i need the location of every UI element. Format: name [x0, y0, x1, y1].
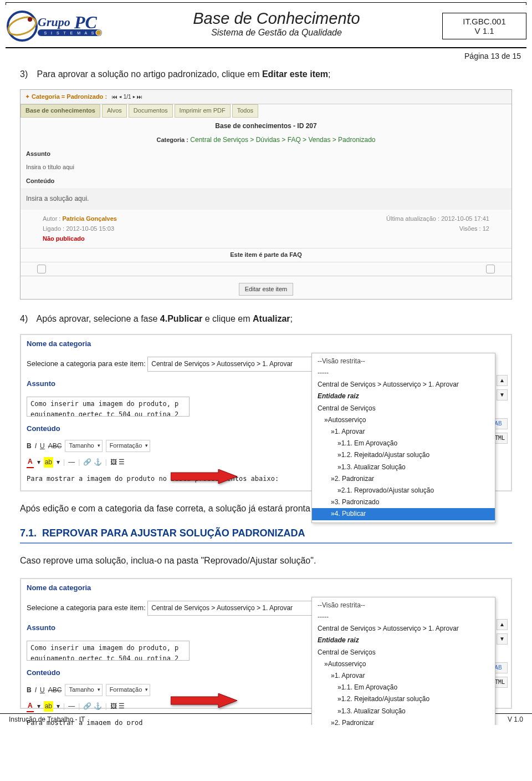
status-not-published: Não publicado — [43, 235, 85, 242]
svg-text:Grupo: Grupo — [38, 15, 70, 29]
subject-input[interactable]: Como inserir uma imagem do produto, p eq… — [27, 397, 190, 417]
tab-kb[interactable]: Base de conhecimentos — [21, 104, 100, 118]
step-4: 4) Após aprovar, selecione a fase 4.Publ… — [20, 312, 512, 326]
doc-code: IT.GBC.001 — [448, 17, 520, 26]
document-header: Grupo PC S I S T E M A S Base de Conheci… — [0, 7, 532, 45]
section-7-1-body: Caso reprove uma solução, inclua-o na pa… — [20, 554, 512, 568]
svg-point-0 — [8, 12, 37, 40]
step-3: 3) Para aprovar a solução no artigo padr… — [20, 67, 512, 82]
scroll-down-icon[interactable]: ▼ — [497, 633, 508, 645]
kb-category-path: Central de Serviços > Dúvidas > FAQ > Ve… — [190, 136, 375, 144]
screenshot-category-reprovado: Nome da categoria Selecione a categoria … — [20, 578, 512, 709]
tab-todos[interactable]: Todos — [232, 104, 258, 118]
scroll-up-icon[interactable]: ▲ — [497, 619, 508, 630]
kb-content-placeholder: Insira a solução aqui. — [21, 188, 511, 210]
svg-text:S I S T E M A S: S I S T E M A S — [44, 31, 96, 35]
svg-point-2 — [28, 17, 32, 22]
red-arrow-icon — [171, 469, 237, 484]
tab-alvos[interactable]: Alvos — [102, 104, 127, 118]
kb-breadcrumb: Categoria = Padronizado : — [32, 93, 107, 100]
dd-item-publicar[interactable]: »4. Publicar — [312, 508, 495, 520]
book-icon[interactable] — [486, 265, 495, 273]
edit-item-button[interactable]: Editar este item — [239, 283, 293, 296]
svg-marker-8 — [171, 469, 237, 484]
subject-input[interactable]: Como inserir uma imagem do produto, p eq… — [27, 641, 190, 661]
page-indicator: Página 13 de 15 — [0, 50, 532, 63]
format-select[interactable]: Formatação — [106, 440, 151, 452]
doc-title: Base de Conhecimento — [111, 9, 442, 28]
scroll-up-icon[interactable]: ▲ — [497, 375, 508, 386]
category-dropdown-open[interactable]: --Visão restrita-- ----- Central de Serv… — [311, 353, 495, 523]
svg-point-7 — [96, 30, 101, 36]
kb-id: Base de conhecimentos - ID 207 — [21, 118, 511, 133]
font-size-select[interactable]: Tamanho — [65, 684, 102, 696]
doc-version: V 1.1 — [448, 26, 520, 36]
doc-meta: IT.GBC.001 V 1.1 — [442, 13, 526, 39]
doc-subtitle: Sistema de Gestão da Qualidade — [111, 28, 442, 38]
scroll-down-icon[interactable]: ▼ — [497, 389, 508, 400]
svg-marker-9 — [171, 693, 237, 708]
sheet-icon[interactable] — [37, 265, 46, 273]
kb-faq-line: Este item é parte da FAQ — [21, 248, 511, 262]
company-logo: Grupo PC S I S T E M A S — [6, 9, 111, 43]
font-size-select[interactable]: Tamanho — [65, 440, 102, 452]
tab-docs[interactable]: Documentos — [129, 104, 173, 118]
format-select[interactable]: Formatação — [106, 684, 151, 696]
svg-text:PC: PC — [74, 12, 98, 32]
kb-subject-placeholder: Insira o título aqui — [21, 161, 511, 174]
screenshot-category-publish: Nome da categoria Selecione a categoria … — [20, 334, 512, 491]
red-arrow-icon — [171, 693, 237, 708]
category-dropdown-open[interactable]: --Visão restrita-- ----- Central de Serv… — [311, 597, 495, 725]
screenshot-kb-view: ✦ Categoria = Padronizado : ⏮ ◀ 1/1 ▶ ⏭ … — [20, 89, 512, 300]
section-7-1-heading: 7.1. REPROVAR PARA AJUSTAR SOLUÇÃO PADRO… — [20, 525, 512, 544]
tab-pdf[interactable]: Imprimir em PDF — [175, 104, 231, 118]
